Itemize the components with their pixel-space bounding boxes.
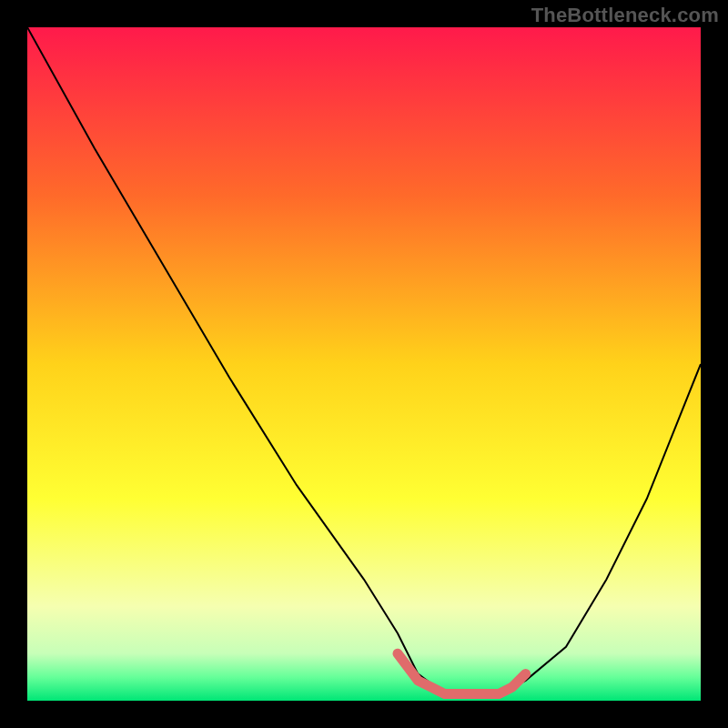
chart-container: TheBottleneck.com bbox=[0, 0, 728, 728]
plot-svg bbox=[27, 27, 701, 701]
gradient-background bbox=[27, 27, 701, 701]
watermark-text: TheBottleneck.com bbox=[531, 4, 719, 27]
plot-frame bbox=[27, 27, 701, 701]
